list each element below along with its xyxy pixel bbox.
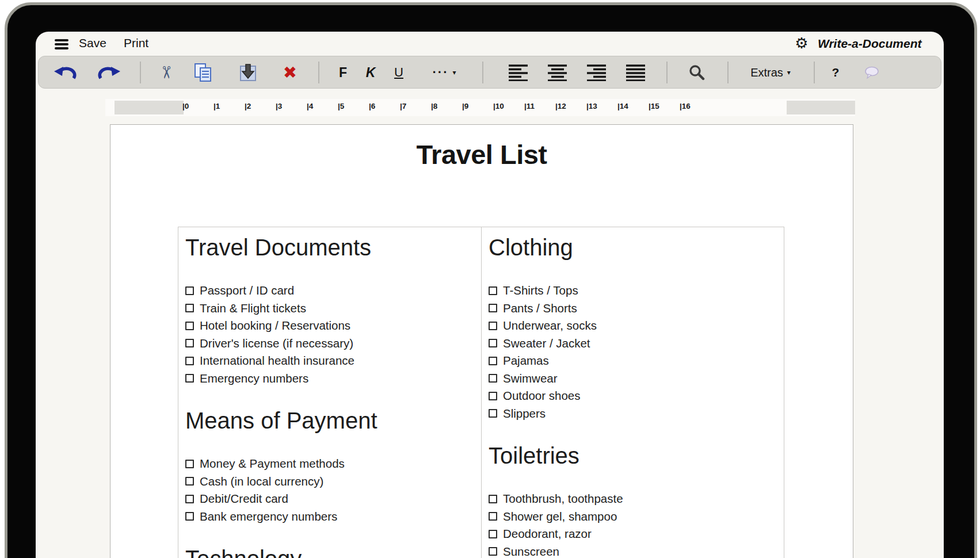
checkbox-icon[interactable] [185,477,194,486]
help-button[interactable]: ? [832,66,840,79]
checklist-item[interactable]: T-Shirts / Tops [489,282,776,300]
checklist-item[interactable]: Outdoor shoes [489,387,776,405]
checkbox-icon[interactable] [185,512,194,521]
checkbox-icon[interactable] [489,304,497,312]
checklist-item[interactable]: Deodorant, razor [489,525,776,543]
copy-button[interactable] [194,63,212,82]
document-page[interactable]: Travel List Travel DocumentsPassport / I… [110,124,853,558]
ruler-mark: |14 [617,102,628,110]
more-dots-label: ··· [432,65,448,80]
comment-button[interactable] [864,66,880,79]
align-right-button[interactable] [587,64,607,81]
checkbox-icon[interactable] [489,322,497,330]
underline-button[interactable]: U [394,65,403,80]
checklist-item[interactable]: Swimwear [489,370,776,388]
align-center-button[interactable] [548,64,567,81]
checkbox-icon[interactable] [489,286,497,295]
checkbox-icon[interactable] [185,495,194,503]
ruler-mark: |1 [213,102,220,110]
checkbox-icon[interactable] [185,304,194,312]
checklist-item-label: Sweater / Jacket [503,337,590,350]
app-window: Save Print ⚙ Write-a-Document ✂ [36,32,944,558]
align-justify-button[interactable] [626,64,646,81]
gear-icon[interactable]: ⚙ [795,35,808,52]
more-formats-button[interactable]: ··· ▾ [432,65,456,80]
checklist-item-label: International health insurance [200,354,354,368]
checklist-item-label: Bank emergency numbers [200,510,337,523]
checklist-item-label: Train & Flight tickets [200,301,306,315]
checkbox-icon[interactable] [185,339,194,347]
section-heading: Travel Documents [185,233,473,262]
toolbar: ✂ ✖ F K U ··· ▾ [38,56,941,89]
checkbox-icon[interactable] [489,512,497,521]
checklist-item[interactable]: International health insurance [185,352,473,370]
checklist-item-label: Outdoor shoes [503,389,580,403]
checklist-item[interactable]: Passport / ID card [185,282,473,300]
checklist-item-label: Underwear, socks [503,319,597,332]
checkbox-icon[interactable] [185,322,194,330]
cut-button[interactable]: ✂ [159,63,173,82]
undo-button[interactable] [54,64,77,81]
checkbox-icon[interactable] [185,357,194,365]
checkbox-icon[interactable] [489,409,497,418]
ruler-mark: |5 [338,102,344,110]
checkbox-icon[interactable] [185,374,194,383]
table-cell-left: Travel DocumentsPassport / ID cardTrain … [178,227,481,558]
checklist-item[interactable]: Money & Payment methods [185,455,473,473]
checkbox-icon[interactable] [185,286,194,295]
checkbox-icon[interactable] [489,339,497,347]
ruler-right-margin-block [787,101,855,114]
section-heading: Clothing [489,233,776,262]
document-title: Travel List [110,137,853,172]
checklist-item[interactable]: Underwear, socks [489,317,776,335]
checklist-item-label: Money & Payment methods [200,457,345,471]
hamburger-menu-icon[interactable] [55,39,68,49]
checkbox-icon[interactable] [489,392,497,400]
checklist-item[interactable]: Emergency numbers [185,370,473,388]
document-table: Travel DocumentsPassport / ID cardTrain … [178,227,784,558]
menu-item-print[interactable]: Print [124,36,148,50]
bold-button[interactable]: F [339,64,347,80]
checklist-item[interactable]: Sunscreen [489,543,776,558]
align-center-icon [548,64,567,81]
checklist-item[interactable]: Hotel booking / Reservations [185,317,473,335]
ruler-mark: |11 [524,102,535,110]
checklist-item-label: Passport / ID card [200,284,294,297]
checkbox-icon[interactable] [489,357,497,365]
search-button[interactable] [689,64,705,81]
checklist-item[interactable]: Toothbrush, toothpaste [489,490,776,508]
checkbox-icon[interactable] [489,530,497,538]
ruler-left-margin-block [115,101,184,114]
checkbox-icon[interactable] [489,547,497,556]
checklist-item[interactable]: Pants / Shorts [489,300,776,318]
checklist-item[interactable]: Slippers [489,405,776,423]
redo-button[interactable] [97,64,120,81]
checklist-item[interactable]: Train & Flight tickets [185,300,473,318]
extras-menu-button[interactable]: Extras ▾ [750,66,791,79]
checklist-item[interactable]: Shower gel, shampoo [489,508,776,526]
checklist-item-label: Shower gel, shampoo [503,510,617,523]
checkbox-icon[interactable] [489,495,497,503]
delete-button[interactable]: ✖ [283,64,297,81]
ruler-mark: |15 [649,102,659,110]
italic-button[interactable]: K [366,64,376,80]
table-cell-right: ClothingT-Shirts / TopsPants / ShortsUnd… [481,227,784,558]
checklist: Money & Payment methodsCash (in local cu… [185,455,473,525]
checklist-item[interactable]: Pajamas [489,352,776,370]
checkbox-icon[interactable] [489,374,497,383]
align-left-button[interactable] [509,64,528,81]
checklist-item[interactable]: Driver's license (if necessary) [185,335,473,353]
ruler-mark: |9 [462,102,468,110]
toolbar-separator [482,62,483,83]
checklist-item[interactable]: Bank emergency numbers [185,508,473,526]
ruler[interactable]: |0|1|2|3|4|5|6|7|8|9|10|11|12|13|14|15|1… [105,99,855,116]
checklist-item[interactable]: Sweater / Jacket [489,335,776,353]
ruler-mark: |0 [182,102,189,110]
paste-button[interactable] [239,63,257,82]
checklist-item[interactable]: Cash (in local currency) [185,473,473,491]
checklist-item[interactable]: Debit/Credit card [185,490,473,508]
menu-item-save[interactable]: Save [79,36,106,50]
checkbox-icon[interactable] [185,460,194,468]
menu-bar: Save Print ⚙ Write-a-Document [36,32,944,56]
checklist-item-label: Debit/Credit card [200,492,288,506]
